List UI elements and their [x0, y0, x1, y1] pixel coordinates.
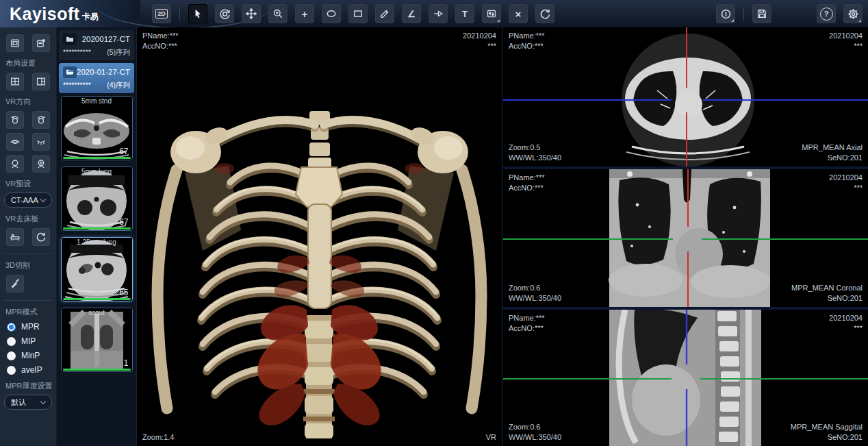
radio-label: MPR: [21, 322, 40, 332]
radio-label: aveIP: [21, 365, 42, 375]
2d-icon: 2D: [155, 9, 168, 18]
vr-preset-select[interactable]: CT-AAA: [4, 193, 52, 208]
thumbnail-progress-bar: [63, 298, 131, 300]
2d-layout-button[interactable]: 2D: [152, 4, 171, 23]
folder-open-icon: [63, 66, 77, 78]
left-sidebar: 布局设置 VR方向: [0, 27, 57, 446]
radio-icon: [7, 366, 16, 375]
delete-annotation-button[interactable]: ×: [509, 4, 528, 23]
vr-rotate-left-button[interactable]: [6, 111, 24, 129]
sidebar-divider: [4, 300, 52, 301]
vr-direction-label: VR方向: [5, 97, 56, 107]
app-logo-cn: 卡易: [82, 11, 99, 23]
mpr-mode-radio-minp[interactable]: MinP: [7, 351, 56, 360]
rectangle-roi-button[interactable]: [348, 4, 368, 23]
mpr-mode-label: MPR模式: [5, 307, 56, 317]
series-thumbnail-125mm-lung[interactable]: 1.25mm lung 265: [61, 237, 133, 301]
window-level-button[interactable]: [482, 4, 501, 23]
layout-single-icon: [10, 38, 21, 49]
mpr-mode-radio-mip[interactable]: MIP: [7, 336, 56, 346]
study-item-1[interactable]: 20200127-CT ********** (5)序列: [59, 30, 134, 60]
zoom-in-icon: [272, 8, 283, 19]
vr-eye-open-icon: [10, 136, 21, 147]
series-thumbnail-scout[interactable]: scout 1: [61, 308, 133, 372]
rotate-3d-icon: [219, 8, 231, 20]
help-button[interactable]: ?: [817, 4, 836, 23]
study-series-count: (5)序列: [107, 48, 130, 58]
vr-volume-render: [137, 27, 502, 446]
mpr-mode-radio-mpr[interactable]: MPR: [7, 322, 56, 332]
save-button[interactable]: [752, 4, 771, 23]
text-annotation-button[interactable]: T: [455, 4, 474, 23]
pan-button[interactable]: [242, 4, 261, 23]
toolbar-divider: [743, 7, 744, 21]
layout-split-button[interactable]: [32, 73, 50, 90]
mpr-axial-viewport[interactable]: PName:***AccNO:*** 20210204*** Zoom:0.5W…: [503, 27, 868, 166]
zoom-in-button[interactable]: [268, 4, 288, 23]
pencil-icon: [379, 8, 390, 19]
mpr-column: PName:***AccNO:*** 20210204*** Zoom:0.5W…: [503, 27, 868, 446]
vr-head-front-button[interactable]: [6, 155, 24, 173]
settings-button[interactable]: [843, 4, 863, 23]
vr-viewport[interactable]: PName:***AccNO:*** 20210204*** Zoom:1.4 …: [137, 27, 502, 446]
layout-section-label: 布局设置: [5, 58, 56, 69]
crosshair-icon: +: [302, 9, 308, 19]
radio-label: MIP: [21, 336, 36, 346]
pan-icon: [246, 8, 257, 19]
cursor-button[interactable]: [188, 4, 207, 23]
layout-grid-icon: [10, 76, 21, 87]
mpr-coronal-viewport[interactable]: PName:***AccNO:*** 20210204*** Zoom:0.6W…: [503, 169, 868, 307]
text-icon: T: [462, 9, 468, 19]
cursor-icon: [192, 8, 203, 19]
mpr-zoom-text: Zoom:0.5WW/WL:350/40: [509, 143, 561, 163]
thumbnail-label: 5mm lung: [62, 168, 132, 175]
thumbnail-progress-bar: [63, 157, 131, 159]
scalpel-button[interactable]: [6, 275, 24, 293]
report-button[interactable]: [716, 4, 735, 23]
vr-head-back-button[interactable]: [32, 155, 50, 173]
vr-rotate-right-button[interactable]: [32, 111, 50, 129]
mpr-thickness-select[interactable]: 默认: [4, 395, 52, 410]
angle-button[interactable]: ∠: [402, 4, 421, 23]
reset-view-button[interactable]: [535, 4, 554, 23]
bed-icon: [10, 232, 21, 243]
layout-report-button[interactable]: [32, 34, 50, 52]
mpr-study-date: 20210204***: [829, 31, 863, 51]
series-thumbnail-5mm-stnd[interactable]: 5mm stnd 67: [61, 96, 133, 160]
help-icon: ?: [820, 8, 833, 21]
save-icon: [756, 8, 767, 19]
toolbar-right-tools: ?: [817, 4, 863, 23]
mpr-sagittal-viewport[interactable]: PName:***AccNO:*** 20210204*** Zoom:0.6W…: [503, 310, 868, 446]
layout-split-icon: [36, 76, 47, 87]
mpr-mode-radio-aveip[interactable]: aveIP: [7, 365, 56, 375]
thumbnail-image-scout: [62, 308, 132, 371]
gear-icon: [847, 8, 859, 20]
vr-head-back-icon: [36, 158, 47, 169]
series-thumbnail-5mm-lung[interactable]: 5mm lung 67: [61, 166, 133, 231]
rotate-3d-button[interactable]: [215, 4, 234, 23]
vr-rotate-right-icon: [36, 114, 47, 125]
vr-rotate-left-icon: [10, 114, 21, 125]
vr-view-posterior-button[interactable]: [32, 133, 50, 151]
delete-icon: ×: [515, 9, 522, 19]
thumbnail-label: 1.25mm lung: [62, 238, 132, 246]
series-panel: 20200127-CT ********** (5)序列 2020-01-27-…: [57, 27, 137, 446]
study-item-2-selected[interactable]: 2020-01-27-CT ********** (4)序列: [59, 63, 134, 93]
scalpel-icon: [10, 278, 21, 289]
vr-view-anterior-button[interactable]: [6, 133, 24, 151]
report-icon: [720, 8, 732, 20]
measure-line-button[interactable]: [375, 4, 394, 23]
mpr-mode-label: MPR_MEAN SaggitalSeNO:201: [791, 422, 863, 443]
bed-reset-button[interactable]: [32, 228, 50, 246]
crosshair-button[interactable]: +: [295, 4, 314, 23]
reset-icon: [36, 232, 47, 243]
layout-grid-button[interactable]: [6, 73, 24, 90]
cobb-arrow-button[interactable]: [429, 4, 448, 23]
radio-selected-icon: [7, 323, 16, 332]
rectangle-icon: [353, 8, 363, 19]
remove-bed-button[interactable]: [6, 228, 24, 246]
ellipse-roi-button[interactable]: [322, 4, 341, 23]
chevron-down-icon: [40, 196, 46, 201]
mpr-study-date: 20210204***: [829, 173, 863, 193]
layout-single-button[interactable]: [6, 34, 24, 52]
